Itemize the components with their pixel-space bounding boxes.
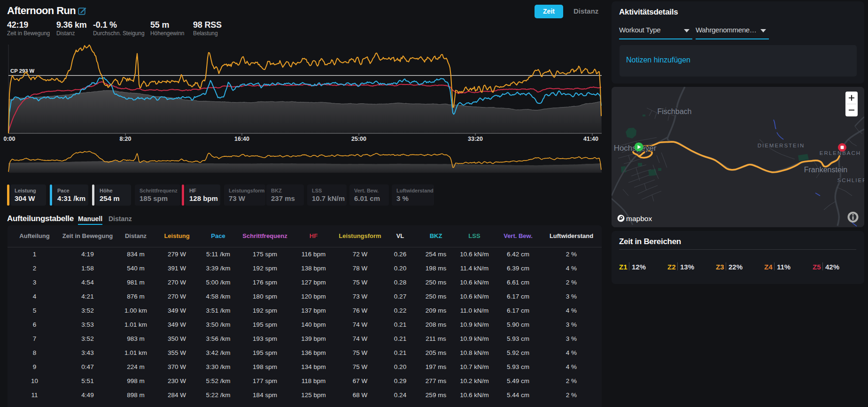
svg-text:DIEMERSTEIN: DIEMERSTEIN bbox=[758, 143, 805, 148]
svg-text:Fischbach: Fischbach bbox=[658, 108, 692, 115]
svg-text:25:00: 25:00 bbox=[351, 136, 366, 142]
svg-text:16:40: 16:40 bbox=[234, 136, 249, 142]
svg-text:SCHLIERT: SCHLIERT bbox=[837, 177, 864, 183]
svg-text:0:00: 0:00 bbox=[3, 136, 15, 142]
svg-text:CP 293 W: CP 293 W bbox=[10, 68, 35, 74]
svg-text:Frankenstein: Frankenstein bbox=[804, 166, 848, 174]
svg-text:mapbox: mapbox bbox=[626, 215, 652, 223]
svg-text:33:20: 33:20 bbox=[468, 136, 483, 142]
svg-text:41:40: 41:40 bbox=[583, 136, 598, 142]
svg-text:8:20: 8:20 bbox=[119, 136, 131, 142]
